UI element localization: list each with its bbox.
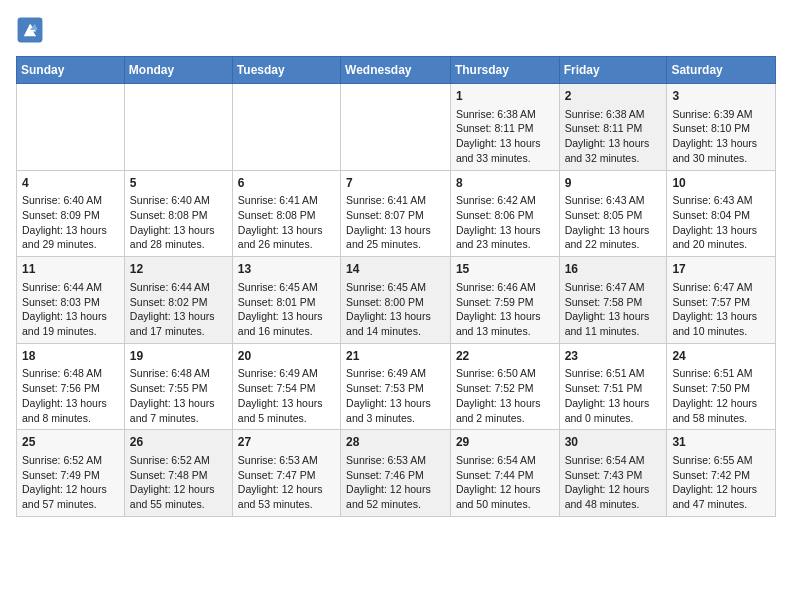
calendar-cell: 21Sunrise: 6:49 AMSunset: 7:53 PMDayligh… [341, 343, 451, 430]
day-info: and 3 minutes. [346, 411, 445, 426]
day-info: Daylight: 12 hours [672, 482, 770, 497]
day-info: and 14 minutes. [346, 324, 445, 339]
day-number: 16 [565, 261, 662, 278]
day-info: and 19 minutes. [22, 324, 119, 339]
calendar-table: SundayMondayTuesdayWednesdayThursdayFrid… [16, 56, 776, 517]
day-info: Sunset: 7:58 PM [565, 295, 662, 310]
day-number: 2 [565, 88, 662, 105]
day-info: Sunrise: 6:47 AM [565, 280, 662, 295]
day-info: Sunrise: 6:45 AM [346, 280, 445, 295]
day-info: Sunrise: 6:38 AM [565, 107, 662, 122]
day-info: Sunrise: 6:52 AM [130, 453, 227, 468]
day-info: Sunset: 8:03 PM [22, 295, 119, 310]
day-info: Daylight: 12 hours [346, 482, 445, 497]
day-info: Sunset: 8:01 PM [238, 295, 335, 310]
header-tuesday: Tuesday [232, 57, 340, 84]
day-info: Daylight: 13 hours [22, 309, 119, 324]
day-info: Daylight: 12 hours [456, 482, 554, 497]
day-info: Daylight: 13 hours [238, 223, 335, 238]
day-info: Sunset: 7:53 PM [346, 381, 445, 396]
day-info: Sunset: 8:11 PM [456, 121, 554, 136]
day-info: Sunrise: 6:43 AM [565, 193, 662, 208]
calendar-week-4: 18Sunrise: 6:48 AMSunset: 7:56 PMDayligh… [17, 343, 776, 430]
page-header [16, 16, 776, 44]
calendar-cell: 6Sunrise: 6:41 AMSunset: 8:08 PMDaylight… [232, 170, 340, 257]
calendar-cell: 24Sunrise: 6:51 AMSunset: 7:50 PMDayligh… [667, 343, 776, 430]
day-info: Sunset: 8:08 PM [238, 208, 335, 223]
calendar-cell: 10Sunrise: 6:43 AMSunset: 8:04 PMDayligh… [667, 170, 776, 257]
day-number: 21 [346, 348, 445, 365]
day-number: 17 [672, 261, 770, 278]
day-info: Sunrise: 6:42 AM [456, 193, 554, 208]
day-info: Sunrise: 6:50 AM [456, 366, 554, 381]
day-info: and 50 minutes. [456, 497, 554, 512]
day-info: Sunset: 7:46 PM [346, 468, 445, 483]
calendar-cell: 29Sunrise: 6:54 AMSunset: 7:44 PMDayligh… [450, 430, 559, 517]
day-info: and 53 minutes. [238, 497, 335, 512]
day-info: Daylight: 12 hours [22, 482, 119, 497]
logo-icon [16, 16, 44, 44]
day-number: 29 [456, 434, 554, 451]
day-info: Sunrise: 6:46 AM [456, 280, 554, 295]
day-number: 25 [22, 434, 119, 451]
day-info: and 32 minutes. [565, 151, 662, 166]
day-info: Sunrise: 6:49 AM [346, 366, 445, 381]
day-info: Sunrise: 6:48 AM [130, 366, 227, 381]
calendar-cell: 15Sunrise: 6:46 AMSunset: 7:59 PMDayligh… [450, 257, 559, 344]
calendar-cell: 22Sunrise: 6:50 AMSunset: 7:52 PMDayligh… [450, 343, 559, 430]
day-number: 24 [672, 348, 770, 365]
calendar-cell: 19Sunrise: 6:48 AMSunset: 7:55 PMDayligh… [124, 343, 232, 430]
day-info: Daylight: 12 hours [238, 482, 335, 497]
day-info: and 47 minutes. [672, 497, 770, 512]
calendar-header-row: SundayMondayTuesdayWednesdayThursdayFrid… [17, 57, 776, 84]
day-info: Sunrise: 6:49 AM [238, 366, 335, 381]
calendar-cell: 18Sunrise: 6:48 AMSunset: 7:56 PMDayligh… [17, 343, 125, 430]
calendar-cell: 3Sunrise: 6:39 AMSunset: 8:10 PMDaylight… [667, 84, 776, 171]
calendar-cell: 2Sunrise: 6:38 AMSunset: 8:11 PMDaylight… [559, 84, 667, 171]
calendar-cell: 1Sunrise: 6:38 AMSunset: 8:11 PMDaylight… [450, 84, 559, 171]
day-info: Sunrise: 6:55 AM [672, 453, 770, 468]
day-info: Sunset: 7:54 PM [238, 381, 335, 396]
day-number: 5 [130, 175, 227, 192]
day-info: Sunset: 7:42 PM [672, 468, 770, 483]
header-thursday: Thursday [450, 57, 559, 84]
day-info: and 25 minutes. [346, 237, 445, 252]
day-info: Sunrise: 6:41 AM [238, 193, 335, 208]
day-info: Daylight: 13 hours [456, 223, 554, 238]
day-info: and 52 minutes. [346, 497, 445, 512]
day-info: and 2 minutes. [456, 411, 554, 426]
day-info: and 10 minutes. [672, 324, 770, 339]
calendar-week-5: 25Sunrise: 6:52 AMSunset: 7:49 PMDayligh… [17, 430, 776, 517]
header-monday: Monday [124, 57, 232, 84]
day-info: and 33 minutes. [456, 151, 554, 166]
calendar-cell: 8Sunrise: 6:42 AMSunset: 8:06 PMDaylight… [450, 170, 559, 257]
logo [16, 16, 48, 44]
day-info: and 57 minutes. [22, 497, 119, 512]
day-info: Daylight: 13 hours [238, 396, 335, 411]
day-info: Sunrise: 6:44 AM [22, 280, 119, 295]
day-number: 11 [22, 261, 119, 278]
day-info: Daylight: 12 hours [672, 396, 770, 411]
day-info: Sunset: 8:09 PM [22, 208, 119, 223]
calendar-cell: 30Sunrise: 6:54 AMSunset: 7:43 PMDayligh… [559, 430, 667, 517]
calendar-cell: 17Sunrise: 6:47 AMSunset: 7:57 PMDayligh… [667, 257, 776, 344]
calendar-cell: 28Sunrise: 6:53 AMSunset: 7:46 PMDayligh… [341, 430, 451, 517]
day-info: Sunrise: 6:54 AM [565, 453, 662, 468]
day-info: Sunset: 8:04 PM [672, 208, 770, 223]
day-info: and 22 minutes. [565, 237, 662, 252]
day-info: Sunrise: 6:44 AM [130, 280, 227, 295]
day-info: Sunset: 7:47 PM [238, 468, 335, 483]
calendar-cell: 7Sunrise: 6:41 AMSunset: 8:07 PMDaylight… [341, 170, 451, 257]
day-number: 26 [130, 434, 227, 451]
day-info: Sunset: 8:10 PM [672, 121, 770, 136]
day-info: Daylight: 13 hours [346, 396, 445, 411]
day-info: Sunset: 8:06 PM [456, 208, 554, 223]
day-info: Daylight: 13 hours [565, 309, 662, 324]
day-number: 1 [456, 88, 554, 105]
day-info: Daylight: 13 hours [22, 223, 119, 238]
day-info: and 48 minutes. [565, 497, 662, 512]
calendar-cell [124, 84, 232, 171]
day-info: Daylight: 13 hours [346, 223, 445, 238]
day-info: Sunset: 7:51 PM [565, 381, 662, 396]
day-info: Sunset: 8:11 PM [565, 121, 662, 136]
